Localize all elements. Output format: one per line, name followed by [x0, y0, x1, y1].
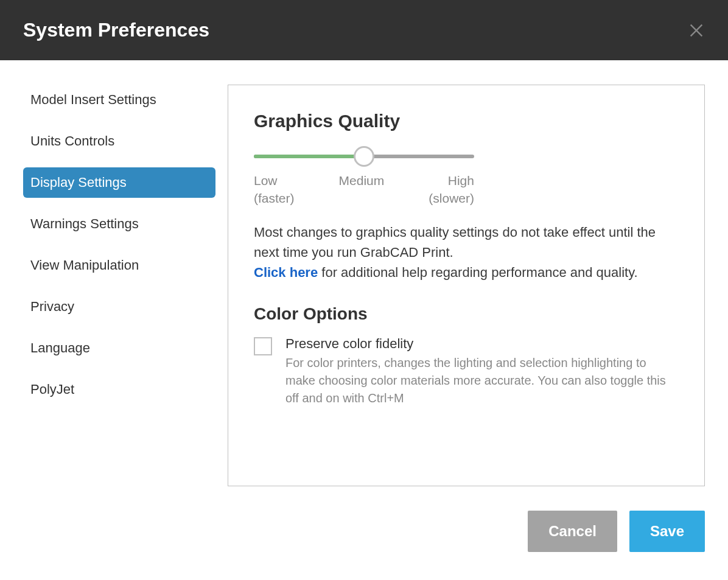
sidebar-item-display-settings[interactable]: Display Settings: [23, 167, 215, 198]
graphics-quality-slider[interactable]: [254, 155, 474, 158]
sidebar-item-language[interactable]: Language: [23, 333, 215, 363]
slider-fill: [254, 155, 364, 158]
slider-label-medium: Medium: [339, 172, 385, 208]
dialog-body: Model Insert Settings Units Controls Dis…: [0, 60, 728, 486]
graphics-quality-description: Most changes to graphics quality setting…: [254, 222, 677, 282]
slider-thumb[interactable]: [354, 146, 374, 167]
sidebar-item-model-insert[interactable]: Model Insert Settings: [23, 85, 215, 115]
preserve-color-fidelity-hint: For color printers, changes the lighting…: [285, 354, 677, 407]
sidebar-item-units-controls[interactable]: Units Controls: [23, 126, 215, 156]
sidebar-item-warnings-settings[interactable]: Warnings Settings: [23, 209, 215, 239]
dialog-title: System Preferences: [23, 19, 209, 41]
preserve-color-fidelity-row: Preserve color fidelity For color printe…: [254, 336, 677, 407]
close-icon: [688, 22, 705, 39]
save-button[interactable]: Save: [629, 511, 705, 552]
cancel-button[interactable]: Cancel: [528, 511, 617, 552]
checkbox-content: Preserve color fidelity For color printe…: [285, 336, 677, 407]
preserve-color-fidelity-checkbox[interactable]: [254, 337, 272, 355]
close-button[interactable]: [688, 22, 705, 39]
slider-label-high: High (slower): [429, 172, 474, 208]
slider-labels: Low (faster) Medium High (slower): [254, 172, 474, 208]
slider-track[interactable]: [254, 155, 474, 158]
color-options-heading: Color Options: [254, 304, 677, 324]
sidebar-nav: Model Insert Settings Units Controls Dis…: [23, 85, 215, 486]
dialog-footer: Cancel Save: [0, 486, 728, 552]
settings-panel: Graphics Quality Low (faster) Medium Hig…: [228, 85, 705, 486]
preserve-color-fidelity-label: Preserve color fidelity: [285, 336, 677, 352]
help-link[interactable]: Click here: [254, 265, 318, 280]
sidebar-item-view-manipulation[interactable]: View Manipulation: [23, 250, 215, 281]
graphics-quality-heading: Graphics Quality: [254, 111, 677, 131]
slider-label-low: Low (faster): [254, 172, 295, 208]
sidebar-item-polyjet[interactable]: PolyJet: [23, 374, 215, 405]
sidebar-item-privacy[interactable]: Privacy: [23, 292, 215, 322]
dialog-header: System Preferences: [0, 0, 728, 60]
